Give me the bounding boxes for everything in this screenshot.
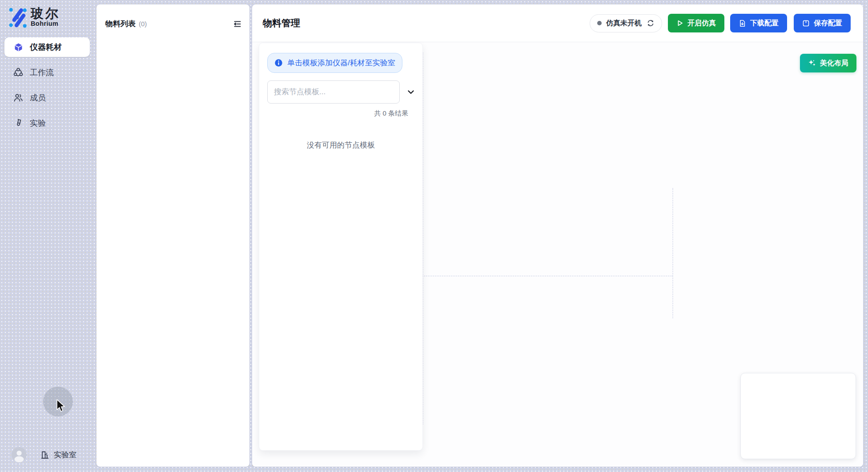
sidebar-nav: 仪器耗材 工作流 成员 [0, 37, 95, 139]
save-icon [802, 20, 810, 27]
materials-list-title: 物料列表 [105, 19, 136, 29]
play-icon [676, 20, 683, 27]
lab-entry-label: 实验室 [54, 450, 76, 460]
workflow-icon [13, 68, 23, 77]
main-card: 物料管理 仿真未开机 开启仿真 [252, 4, 863, 467]
materials-list-count: (0) [139, 20, 147, 28]
user-avatar[interactable] [12, 447, 27, 462]
download-config-button[interactable]: 下载配置 [730, 14, 787, 32]
sidebar-item-workflow[interactable]: 工作流 [0, 63, 95, 82]
sidebar-item-instruments[interactable]: 仪器耗材 [4, 37, 90, 57]
info-circle-icon [274, 59, 283, 67]
experiment-icon [13, 118, 23, 128]
brand-name: 玻尔 Bohrium [31, 7, 60, 27]
brand-name-zh: 玻尔 [31, 7, 60, 20]
brand-logo[interactable]: 玻尔 Bohrium [7, 6, 60, 28]
app-root: { "brand": { "name_zh": "玻尔", "name_en":… [0, 0, 868, 472]
result-count: 共 0 条结果 [265, 109, 416, 118]
canvas-guide-line [422, 276, 672, 276]
header-actions: 仿真未开机 开启仿真 [590, 14, 851, 32]
sidebar-item-experiment[interactable]: 实验 [0, 113, 95, 133]
lab-entry[interactable]: 实验室 [40, 450, 76, 460]
simulation-status-pill: 仿真未开机 [590, 14, 662, 32]
building-icon [40, 450, 50, 460]
collapse-panel-icon[interactable] [233, 19, 242, 29]
refresh-icon[interactable] [646, 19, 655, 28]
brand-name-en: Bohrium [31, 20, 60, 27]
status-dot-icon [597, 21, 602, 25]
cube-icon [13, 42, 23, 52]
simulation-status-label: 仿真未开机 [606, 19, 642, 28]
save-config-label: 保存配置 [814, 19, 842, 28]
sidebar-item-label: 实验 [30, 118, 46, 128]
info-banner: 单击模板添加仪器/耗材至实验室 [267, 53, 402, 73]
sidebar-footer: 实验室 [0, 444, 95, 466]
chevron-down-icon[interactable] [406, 87, 416, 97]
save-config-button[interactable]: 保存配置 [794, 14, 851, 32]
minimap-panel[interactable] [740, 373, 856, 459]
page-title: 物料管理 [263, 17, 300, 29]
sidebar: 玻尔 Bohrium 仪器耗材 工作流 [0, 0, 95, 472]
sidebar-item-label: 成员 [30, 92, 46, 103]
canvas-area[interactable]: 单击模板添加仪器/耗材至实验室 共 0 条结果 没有可用的节点模板 美化布局 [252, 42, 863, 467]
materials-list-panel: 物料列表 (0) [96, 4, 249, 467]
start-simulation-button[interactable]: 开启仿真 [668, 14, 724, 32]
info-banner-text: 单击模板添加仪器/耗材至实验室 [287, 58, 395, 68]
download-config-label: 下载配置 [750, 19, 779, 28]
beautify-layout-button[interactable]: 美化布局 [800, 54, 856, 72]
sidebar-item-label: 仪器耗材 [30, 42, 62, 52]
template-search-row [267, 80, 416, 104]
bohrium-logo-icon [7, 6, 27, 28]
beautify-layout-label: 美化布局 [820, 59, 848, 68]
materials-list-header: 物料列表 (0) [96, 4, 249, 29]
empty-template-message: 没有可用的节点模板 [265, 140, 416, 150]
file-download-icon [739, 20, 746, 27]
canvas-guide-line [672, 188, 673, 318]
main-header: 物料管理 仿真未开机 开启仿真 [252, 4, 863, 42]
node-template-panel: 单击模板添加仪器/耗材至实验室 共 0 条结果 没有可用的节点模板 [259, 43, 422, 450]
sidebar-item-members[interactable]: 成员 [0, 88, 95, 108]
start-simulation-label: 开启仿真 [687, 19, 716, 28]
sidebar-item-label: 工作流 [30, 67, 54, 78]
template-search-input[interactable] [267, 80, 400, 104]
members-icon [13, 93, 23, 103]
sparkles-icon [808, 59, 816, 67]
canvas-guide-line [422, 52, 423, 424]
